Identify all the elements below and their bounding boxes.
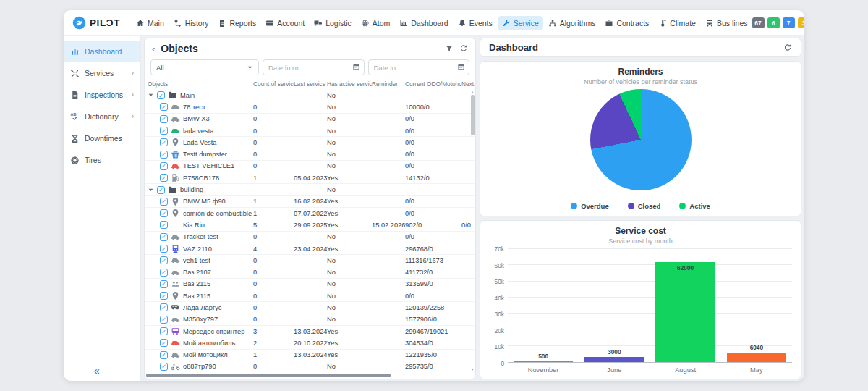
sidebar-item-services[interactable]: Services› — [64, 62, 140, 84]
row-checkbox[interactable]: ✓ — [160, 221, 168, 229]
table-row[interactable]: ✓78 тест0No10000/0 — [145, 101, 475, 113]
caret-down-icon[interactable] — [148, 187, 154, 193]
table-row[interactable]: ✓VAZ 2110423.04.2024Yes296768/0 — [145, 243, 475, 255]
back-button[interactable]: ‹ — [152, 44, 155, 54]
cell-count: 0 — [253, 162, 294, 169]
table-row[interactable]: ✓Лада Ларгус0No120139/2258 — [145, 302, 475, 314]
bar-august[interactable] — [655, 262, 715, 362]
sidebar-item-dictionary[interactable]: ABDictionary› — [64, 106, 140, 127]
cell-odo: 111316/1673 — [405, 257, 461, 264]
table-row[interactable]: ✓Мерседес спринтер313.03.2024Yes299467/1… — [145, 326, 475, 337]
table-row[interactable]: ✓Мой автомобиль220.10.2022Yes304534/0 — [145, 337, 475, 349]
app-logo[interactable]: PILƆT — [72, 16, 120, 30]
counter-badge[interactable]: 7 — [783, 17, 795, 28]
horizontal-scrollbar[interactable] — [145, 372, 475, 379]
row-checkbox[interactable]: ✓ — [160, 209, 168, 217]
account-icon — [265, 19, 274, 28]
row-checkbox[interactable]: ✓ — [160, 115, 168, 123]
row-checkbox[interactable]: ✓ — [160, 103, 168, 111]
row-checkbox[interactable]: ✓ — [157, 186, 165, 194]
nav-item-dashboard[interactable]: Dashboard — [395, 16, 452, 30]
legend-item-overdue[interactable]: Overdue — [571, 202, 609, 210]
row-checkbox[interactable]: ✓ — [160, 327, 168, 335]
calendar-icon[interactable] — [457, 63, 465, 71]
table-row[interactable]: ✓P758CB178105.04.2023Yes14132/0 — [145, 172, 475, 184]
sidebar-item-dashboard[interactable]: Dashboard — [64, 41, 140, 62]
row-checkbox[interactable]: ✓ — [160, 303, 168, 311]
row-checkbox[interactable]: ✓ — [157, 91, 165, 99]
row-checkbox[interactable]: ✓ — [160, 174, 168, 182]
calendar-icon[interactable] — [352, 63, 360, 71]
table-row[interactable]: ✓BMW X30No0/0 — [145, 114, 475, 125]
bar-may[interactable] — [727, 353, 787, 362]
row-checkbox[interactable]: ✓ — [160, 280, 168, 288]
nav-item-service[interactable]: Service — [498, 16, 543, 30]
nav-item-contracts[interactable]: Contracts — [600, 16, 653, 30]
row-checkbox[interactable]: ✓ — [160, 339, 168, 347]
sidebar-item-tires[interactable]: Tires — [64, 149, 140, 171]
row-checkbox[interactable]: ✓ — [160, 316, 168, 324]
caret-down-icon[interactable] — [148, 92, 154, 98]
table-row[interactable]: ✓Tracker test0No0/0 — [145, 232, 475, 243]
nav-item-account[interactable]: Account — [261, 16, 309, 30]
table-row[interactable]: ✓Testt dumpster0No0/0 — [145, 148, 475, 160]
row-checkbox[interactable]: ✓ — [160, 127, 168, 135]
dashboard-refresh-icon[interactable] — [783, 43, 792, 52]
object-type-select[interactable]: All — [150, 59, 259, 75]
nav-item-events[interactable]: Events — [454, 16, 497, 30]
nav-item-atom[interactable]: Atom — [357, 16, 395, 30]
nav-item-climate[interactable]: Climate — [654, 16, 700, 30]
group-row[interactable]: ✓MainNo — [145, 90, 475, 101]
row-checkbox[interactable]: ✓ — [160, 292, 168, 300]
table-row[interactable]: ✓Ваз 21150No313599/0 — [145, 279, 475, 290]
filter-funnel-icon[interactable] — [445, 44, 454, 53]
counter-badge[interactable]: 6 — [767, 17, 780, 28]
table-row[interactable]: ✓BMW M5 ф90116.02.2024Yes0/0 — [145, 196, 475, 208]
nav-item-algorithms[interactable]: Algorithms — [544, 16, 600, 30]
legend-item-closed[interactable]: Closed — [628, 202, 661, 210]
row-checkbox[interactable]: ✓ — [160, 269, 168, 277]
vertical-scrollbar[interactable]: ▲▼ — [469, 90, 475, 372]
nav-item-main[interactable]: Main — [132, 16, 169, 30]
counter-badge[interactable]: 3 — [798, 17, 804, 28]
nav-item-logistic[interactable]: Logistic — [310, 16, 356, 30]
table-row[interactable]: ✓Мой мотоцикл113.03.2024Yes1221935/0 — [145, 350, 475, 361]
table-row[interactable]: ✓о887тр7900No295735/0 — [145, 361, 475, 372]
nav-item-reports[interactable]: Reports — [213, 16, 260, 30]
row-checkbox[interactable]: ✓ — [160, 256, 168, 264]
row-checkbox[interactable]: ✓ — [160, 363, 168, 371]
legend-item-active[interactable]: Active — [679, 202, 710, 210]
row-checkbox[interactable]: ✓ — [160, 138, 168, 146]
row-checkbox[interactable]: ✓ — [160, 351, 168, 359]
table-row[interactable]: ✓Ваз 21070No411732/0 — [145, 266, 475, 278]
row-checkbox[interactable]: ✓ — [160, 151, 168, 159]
table-row[interactable]: ✓Lada Vesta0No0/0 — [145, 137, 475, 148]
table-row[interactable]: ✓veh1 test0No111316/1673 — [145, 255, 475, 266]
bar-june[interactable] — [584, 357, 644, 362]
table-row[interactable]: ✓TEST VEHICLE10No0/0 — [145, 161, 475, 172]
table-row[interactable]: ✓lada vesta0No0/0 — [145, 125, 475, 137]
nav-item-bus-lines[interactable]: Bus lines — [701, 16, 752, 30]
table-row[interactable]: ✓Kia Rio529.09.2025Yes15.02.2026902/00/0 — [145, 219, 475, 231]
date-from-input[interactable] — [263, 59, 365, 75]
object-name: veh1 test — [183, 257, 210, 264]
group-row[interactable]: ✓buildingNo — [145, 184, 475, 196]
sidebar-item-downtimes[interactable]: Downtimes — [64, 127, 140, 149]
row-checkbox[interactable]: ✓ — [160, 233, 168, 241]
bar-november[interactable] — [514, 361, 574, 362]
y-tick-label: 20k — [495, 327, 504, 335]
counter-badge[interactable]: 67 — [752, 17, 765, 28]
row-checkbox[interactable]: ✓ — [160, 245, 168, 253]
sidebar-item-inspections[interactable]: Inspections› — [64, 84, 140, 106]
objects-refresh-icon[interactable] — [459, 44, 468, 53]
table-row[interactable]: ✓М358ху7970No1577906/0 — [145, 314, 475, 326]
table-row[interactable]: ✓Ваз 21150No0/0 — [145, 290, 475, 302]
row-checkbox[interactable]: ✓ — [160, 162, 168, 170]
table-row[interactable]: ✓camión de combustible107.07.2022Yes0/0 — [145, 208, 475, 219]
nav-item-history[interactable]: History — [169, 16, 213, 30]
date-to-input[interactable] — [368, 59, 470, 75]
car-icon — [171, 232, 180, 242]
row-checkbox[interactable]: ✓ — [160, 198, 168, 206]
collapse-sidebar-button[interactable]: « — [94, 365, 100, 377]
reminders-pie-chart[interactable] — [590, 89, 692, 190]
